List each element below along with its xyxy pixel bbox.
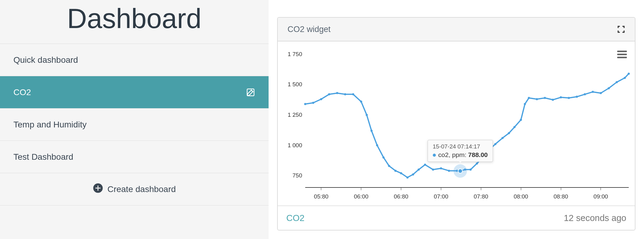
svg-point-44 xyxy=(568,97,570,99)
sidebar-item-test-dashboard[interactable]: Test Dashboard xyxy=(0,141,269,173)
x-axis-label: 06:00 xyxy=(354,193,368,200)
svg-point-14 xyxy=(376,144,378,146)
svg-point-12 xyxy=(366,114,368,116)
svg-point-23 xyxy=(432,169,434,171)
co2-widget: CO2 widget 7501 0001 2501 5001 750 05:80… xyxy=(277,17,635,230)
svg-point-4 xyxy=(304,103,306,105)
svg-point-19 xyxy=(407,177,409,179)
widget-footer: CO2 12 seconds ago xyxy=(278,205,635,230)
sidebar: Dashboard Quick dashboardCO2Temp and Hum… xyxy=(0,0,269,239)
x-axis-label: 06:80 xyxy=(394,193,408,200)
svg-point-22 xyxy=(424,164,426,166)
sidebar-item-quick-dashboard[interactable]: Quick dashboard xyxy=(0,44,269,76)
svg-point-48 xyxy=(600,92,602,94)
create-dashboard-label: Create dashboard xyxy=(107,184,176,194)
svg-point-36 xyxy=(513,126,516,128)
svg-point-24 xyxy=(440,167,442,169)
sidebar-item-label: CO2 xyxy=(13,87,31,97)
svg-point-40 xyxy=(536,98,538,100)
chart-tooltip: 15-07-24 07:14:17 co2, ppm: 788.00 xyxy=(428,140,493,162)
svg-point-52 xyxy=(628,73,630,75)
tooltip-series-label: co2, ppm: xyxy=(438,151,466,158)
sidebar-item-label: Test Dashboard xyxy=(13,152,73,162)
svg-point-18 xyxy=(400,172,402,174)
y-axis-label: 1 500 xyxy=(281,81,302,88)
svg-point-46 xyxy=(584,93,586,95)
y-axis-label: 750 xyxy=(281,172,302,179)
svg-point-50 xyxy=(616,81,618,83)
svg-point-37 xyxy=(520,119,522,121)
svg-point-27 xyxy=(459,170,461,172)
svg-point-7 xyxy=(328,93,330,95)
x-axis xyxy=(305,187,629,188)
svg-point-13 xyxy=(371,130,373,132)
tooltip-series-dot-icon xyxy=(433,154,436,157)
svg-point-33 xyxy=(494,143,496,145)
x-axis-tick xyxy=(601,188,601,190)
tooltip-date: 15-07-24 07:14:17 xyxy=(433,143,488,150)
y-axis-label: 1 000 xyxy=(281,142,302,149)
main-content: CO2 widget 7501 0001 2501 5001 750 05:80… xyxy=(269,0,644,239)
svg-point-26 xyxy=(456,170,458,172)
x-axis-tick xyxy=(441,188,441,190)
x-axis-label: 05:80 xyxy=(314,193,329,200)
svg-point-6 xyxy=(320,98,322,100)
tooltip-value: 788.00 xyxy=(468,151,488,158)
svg-point-51 xyxy=(624,77,626,79)
x-axis-label: 07:00 xyxy=(434,193,448,200)
widget-title: CO2 widget xyxy=(288,25,331,34)
x-axis-tick xyxy=(481,188,481,190)
svg-point-29 xyxy=(469,169,472,171)
y-axis-label: 1 750 xyxy=(281,51,302,58)
svg-point-49 xyxy=(608,87,610,89)
svg-point-15 xyxy=(382,156,385,159)
svg-point-47 xyxy=(592,91,594,93)
svg-point-30 xyxy=(476,162,478,165)
widget-header: CO2 widget xyxy=(278,18,635,41)
svg-rect-3 xyxy=(95,188,100,189)
sidebar-item-co2[interactable]: CO2 xyxy=(0,76,269,109)
x-axis-label: 08:00 xyxy=(514,193,528,200)
svg-point-25 xyxy=(448,170,450,172)
sidebar-item-temp-and-humidity[interactable]: Temp and Humidity xyxy=(0,109,269,141)
svg-point-8 xyxy=(336,92,338,94)
edit-icon[interactable] xyxy=(246,88,255,97)
svg-point-11 xyxy=(360,101,362,103)
x-axis-label: 09:00 xyxy=(594,193,608,200)
x-axis-tick xyxy=(521,188,521,190)
x-axis-label: 08:80 xyxy=(554,193,568,200)
svg-rect-0 xyxy=(247,89,254,96)
x-axis-tick xyxy=(361,188,361,190)
chart-menu-icon[interactable] xyxy=(617,51,627,58)
svg-point-5 xyxy=(312,102,314,104)
svg-point-9 xyxy=(344,93,346,95)
svg-point-10 xyxy=(352,93,354,95)
svg-point-21 xyxy=(418,169,420,171)
series-link[interactable]: CO2 xyxy=(286,213,305,223)
svg-point-16 xyxy=(388,165,390,167)
svg-point-39 xyxy=(528,97,530,99)
sidebar-item-label: Temp and Humidity xyxy=(13,120,87,130)
svg-point-42 xyxy=(552,99,554,101)
sidebar-item-label: Quick dashboard xyxy=(13,55,78,65)
chart-area[interactable]: 7501 0001 2501 5001 750 05:8006:0006:800… xyxy=(278,41,635,205)
svg-point-38 xyxy=(524,103,526,105)
x-axis-tick xyxy=(321,188,321,190)
page-title: Dashboard xyxy=(0,0,269,44)
svg-point-28 xyxy=(464,169,466,171)
svg-point-20 xyxy=(412,173,414,176)
svg-point-34 xyxy=(501,137,504,139)
x-axis-label: 07:80 xyxy=(474,193,488,200)
svg-point-17 xyxy=(394,170,396,172)
svg-point-43 xyxy=(560,96,562,98)
svg-point-41 xyxy=(544,97,546,99)
fullscreen-icon[interactable] xyxy=(617,25,625,33)
x-axis-tick xyxy=(561,188,561,190)
create-dashboard-button[interactable]: Create dashboard xyxy=(0,173,269,205)
last-update-label: 12 seconds ago xyxy=(564,213,626,223)
svg-point-45 xyxy=(576,96,578,98)
x-axis-tick xyxy=(401,188,401,190)
plus-circle-icon xyxy=(93,183,103,195)
y-axis-label: 1 250 xyxy=(281,112,302,118)
svg-point-35 xyxy=(508,132,510,134)
